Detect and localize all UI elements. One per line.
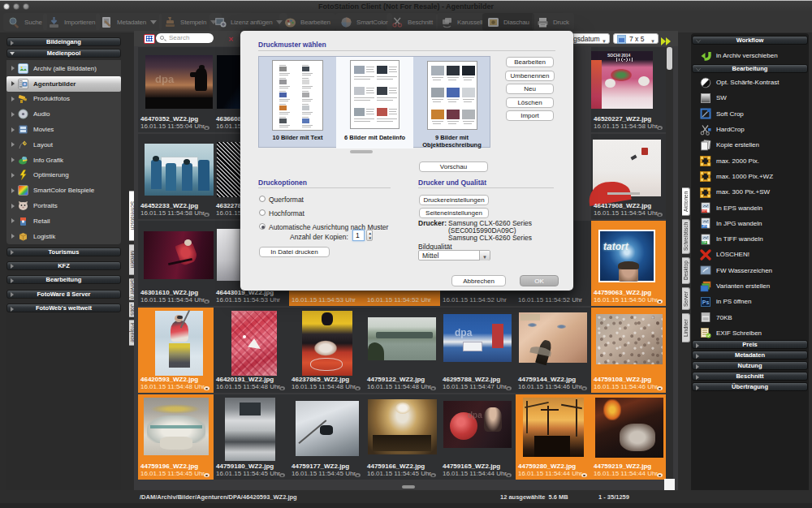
svg-text:TIF: TIF: [702, 241, 706, 244]
svg-text:EPS: EPS: [702, 209, 709, 213]
svg-text:JPG: JPG: [702, 226, 708, 229]
